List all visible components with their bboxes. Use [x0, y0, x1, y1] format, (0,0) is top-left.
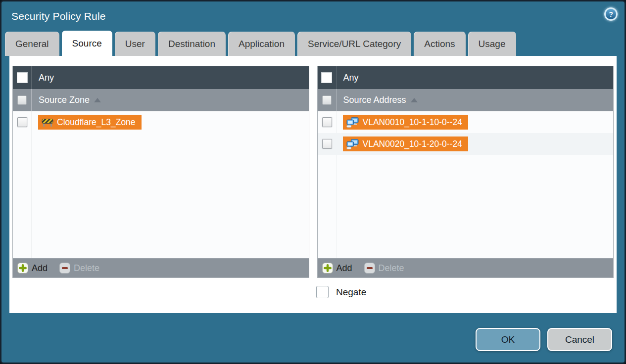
negate-checkbox[interactable] [316, 286, 329, 298]
sort-asc-icon [411, 98, 418, 102]
table-row[interactable]: VLAN0020_10-1-20-0--24 [318, 133, 614, 155]
source-address-panel: Any Source Address [317, 66, 614, 278]
delete-label: Delete [74, 263, 99, 273]
source-zone-select-all-cell [13, 89, 32, 111]
source-zone-any-checkbox[interactable] [17, 72, 28, 83]
delete-icon [59, 263, 70, 273]
source-address-add-button[interactable]: Add [322, 263, 352, 273]
source-zone-column-header[interactable]: Source Zone [13, 89, 309, 111]
address-name: VLAN0010_10-1-10-0--24 [363, 117, 462, 128]
address-name: VLAN0020_10-1-20-0--24 [363, 139, 462, 149]
add-icon [322, 263, 333, 273]
zone-object-chip[interactable]: Cloudflare_L3_Zone [38, 115, 142, 130]
address-object-chip[interactable]: VLAN0020_10-1-20-0--24 [343, 136, 468, 151]
negate-row: Negate [316, 286, 614, 298]
source-address-footer: Add Delete [318, 258, 614, 277]
source-address-column-header[interactable]: Source Address [318, 89, 614, 111]
tab-source[interactable]: Source [62, 31, 112, 56]
source-address-any-label: Any [343, 73, 359, 83]
source-zone-any-header: Any [13, 66, 309, 89]
source-address-any-cell [318, 66, 337, 89]
dialog-title: Security Policy Rule [11, 10, 106, 22]
row-checkbox-cell [13, 117, 32, 127]
zone-icon [42, 118, 53, 127]
tab-service-url-category[interactable]: Service/URL Category [297, 32, 411, 56]
address-icon [346, 139, 359, 149]
source-zone-add-button[interactable]: Add [17, 263, 48, 273]
cancel-button[interactable]: Cancel [547, 328, 612, 351]
source-address-select-all-checkbox[interactable] [322, 95, 332, 105]
help-glyph: ? [609, 10, 613, 18]
dialog-footer: OK Cancel [1, 313, 625, 363]
source-zone-delete-button[interactable]: Delete [59, 263, 99, 273]
row-checkbox[interactable] [322, 117, 332, 127]
table-row[interactable]: Cloudflare_L3_Zone [13, 111, 309, 133]
delete-icon [364, 263, 375, 273]
source-zone-column-title: Source Zone [39, 95, 90, 105]
ok-button[interactable]: OK [476, 328, 540, 351]
delete-label: Delete [379, 263, 404, 273]
title-bar: Security Policy Rule ? [1, 1, 625, 31]
tab-application[interactable]: Application [228, 32, 295, 56]
source-address-list: VLAN0010_10-1-10-0--24 [318, 111, 614, 258]
source-zone-select-all-checkbox[interactable] [17, 95, 27, 105]
row-checkbox-cell [318, 117, 337, 127]
add-label: Add [337, 263, 352, 273]
tab-general[interactable]: General [5, 32, 59, 56]
tab-bar: General Source User Destination Applicat… [1, 31, 625, 56]
source-zone-list: Cloudflare_L3_Zone [13, 111, 309, 258]
tab-usage[interactable]: Usage [468, 32, 516, 56]
table-row[interactable]: VLAN0010_10-1-10-0--24 [318, 111, 614, 133]
source-address-delete-button[interactable]: Delete [364, 263, 404, 273]
add-icon [17, 263, 28, 273]
row-checkbox[interactable] [322, 139, 332, 149]
address-icon [346, 117, 359, 128]
tab-destination[interactable]: Destination [158, 32, 226, 56]
tab-content-source: Any Source Zone [9, 56, 617, 313]
row-checkbox[interactable] [17, 117, 27, 127]
source-zone-panel: Any Source Zone [12, 66, 309, 278]
security-policy-rule-dialog: Security Policy Rule ? General Source Us… [0, 0, 626, 364]
source-address-any-header: Any [318, 66, 614, 89]
zone-name: Cloudflare_L3_Zone [57, 117, 136, 128]
add-label: Add [32, 263, 48, 273]
source-zone-any-label: Any [39, 73, 54, 83]
source-address-column-title: Source Address [343, 95, 406, 105]
source-zone-any-cell [13, 66, 32, 89]
row-checkbox-cell [318, 139, 337, 149]
negate-label: Negate [336, 287, 366, 298]
tab-actions[interactable]: Actions [414, 32, 465, 56]
source-address-select-all-cell [318, 89, 337, 111]
sort-asc-icon [94, 98, 101, 102]
tab-user[interactable]: User [115, 32, 155, 56]
address-object-chip[interactable]: VLAN0010_10-1-10-0--24 [343, 115, 468, 130]
source-zone-footer: Add Delete [13, 258, 309, 277]
source-address-any-checkbox[interactable] [321, 72, 332, 83]
help-icon[interactable]: ? [604, 7, 618, 21]
panels: Any Source Zone [12, 66, 614, 278]
